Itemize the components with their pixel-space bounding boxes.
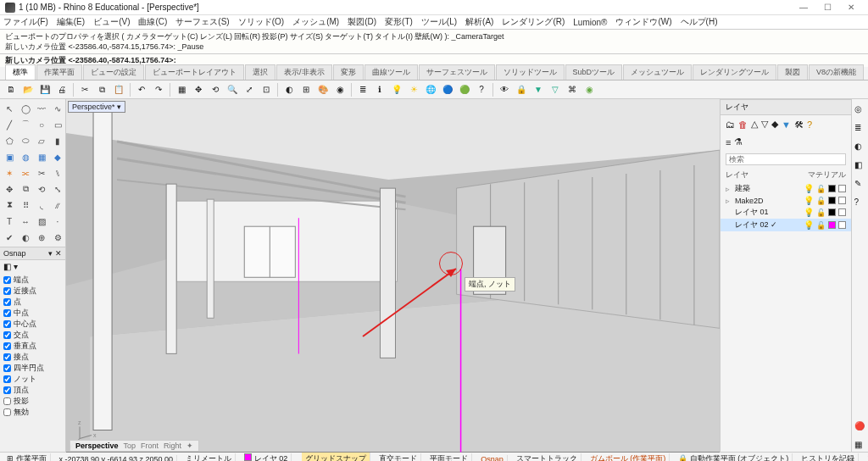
hatch-icon[interactable]: ▨	[34, 214, 49, 229]
split-icon[interactable]: ⑊	[50, 165, 65, 181]
lasso-icon[interactable]: ◯	[18, 101, 33, 116]
line-icon[interactable]: ╱	[2, 117, 17, 132]
layer-swatch[interactable]	[828, 208, 836, 216]
osnap-item-7[interactable]: 接点	[3, 352, 62, 363]
lib-panel-icon[interactable]: ◧	[854, 160, 866, 172]
zoom-icon[interactable]: 🔍	[225, 82, 240, 97]
bulb-icon[interactable]: 💡	[804, 184, 814, 193]
menu-help[interactable]: ヘルプ(H)	[681, 16, 718, 28]
text-icon[interactable]: T	[2, 214, 17, 229]
status-filter[interactable]: フィ	[864, 453, 868, 461]
material-swatch[interactable]	[838, 221, 846, 229]
layers-panel-header[interactable]: レイヤ	[721, 99, 851, 115]
move-icon[interactable]: ✥	[2, 181, 17, 197]
join-icon[interactable]: ⫘	[18, 165, 33, 181]
list-icon[interactable]: ≡	[726, 137, 731, 147]
menu-window[interactable]: ウィンドウ(W)	[615, 16, 671, 28]
cut-icon[interactable]: ✂	[77, 82, 92, 97]
status-gridsnap[interactable]: グリッドスナップ	[302, 453, 370, 461]
tab-solidtools[interactable]: ソリッドツール	[496, 64, 565, 80]
osnap-item-3[interactable]: 中点	[3, 308, 62, 319]
box-icon[interactable]: ▣	[2, 149, 17, 164]
menu-tools[interactable]: ツール(L)	[421, 16, 457, 28]
circle-icon[interactable]: ○	[34, 117, 49, 132]
render2-icon[interactable]: ◐	[18, 230, 33, 245]
osnap-item-1[interactable]: 近接点	[3, 286, 62, 297]
layer-row-1[interactable]: ▹Make2D💡🔓	[721, 195, 851, 206]
rotate-icon[interactable]: ⟲	[208, 82, 223, 97]
script-icon[interactable]: ⌘	[565, 82, 580, 97]
vptab-add[interactable]: ✦	[186, 442, 193, 450]
osnap-check[interactable]	[3, 397, 11, 405]
menu-view[interactable]: ビュー(V)	[93, 16, 130, 28]
redo-icon[interactable]: ↷	[151, 82, 166, 97]
offset-icon[interactable]: ⫽	[50, 197, 65, 213]
osnap-check[interactable]	[3, 353, 11, 361]
menu-mesh[interactable]: メッシュ(M)	[292, 16, 339, 28]
analyze-icon[interactable]: ✔	[2, 230, 17, 245]
osnap-check[interactable]	[3, 298, 11, 306]
lock-icon[interactable]: 🔓	[816, 185, 826, 193]
layer-search[interactable]	[726, 153, 846, 165]
vptab-perspective[interactable]: Perspective	[75, 442, 119, 450]
menu-render[interactable]: レンダリング(R)	[502, 16, 565, 28]
layer-up-icon[interactable]: △	[751, 119, 758, 130]
osnap-item-12[interactable]: 無効	[3, 407, 62, 418]
layer-icon[interactable]: ≣	[355, 82, 370, 97]
menu-analyze[interactable]: 解析(A)	[465, 16, 493, 28]
wire-icon[interactable]: ⊞	[298, 82, 314, 97]
material-swatch[interactable]	[838, 185, 846, 192]
osnap-check[interactable]	[3, 408, 11, 416]
group-icon[interactable]: ▦	[174, 82, 189, 97]
tab-viewset[interactable]: ビューの設定	[83, 64, 144, 80]
status-autocp[interactable]: 🔒 自動作業平面 (オブジェクト)	[675, 453, 793, 461]
cyl-icon[interactable]: ◍	[18, 149, 33, 164]
color-icon[interactable]: 🔵	[440, 82, 455, 97]
color2-icon[interactable]: 🟢	[457, 82, 472, 97]
material-swatch[interactable]	[838, 197, 846, 204]
osnap-opt-icon[interactable]: ◧ ▾	[3, 262, 18, 271]
layer-swatch[interactable]	[828, 185, 836, 192]
layer-del-icon[interactable]: 🗑	[738, 119, 748, 130]
env-panel-icon[interactable]: ▦	[854, 440, 866, 452]
mirror-icon[interactable]: ⧗	[2, 197, 17, 213]
print-icon[interactable]: 🖨	[54, 82, 70, 97]
bulb-icon[interactable]: 💡	[804, 208, 814, 217]
prop-panel-icon[interactable]: ◎	[854, 104, 866, 116]
viewport-label[interactable]: Perspective* ▾	[68, 101, 125, 113]
tab-meshtools[interactable]: メッシュツール	[623, 64, 692, 80]
undo-icon[interactable]: ↶	[134, 82, 149, 97]
osnap-check[interactable]	[3, 287, 11, 295]
vptab-front[interactable]: Front	[141, 442, 159, 450]
menu-lumion[interactable]: Lumion®	[573, 18, 607, 27]
arc-icon[interactable]: ⌒	[18, 117, 33, 132]
dim-icon[interactable]: ↔	[18, 214, 33, 229]
shade-icon[interactable]: ◐	[281, 82, 297, 97]
mesh-icon[interactable]: ▦	[34, 149, 49, 164]
solid-icon[interactable]: ▮	[50, 133, 65, 148]
viewport[interactable]: x y z Perspective* ▾ 端点, ノット Perspective…	[66, 99, 720, 452]
tab-curvetools[interactable]: 曲線ツール	[364, 64, 418, 80]
subd-icon[interactable]: ◆	[50, 149, 65, 164]
osnap-item-5[interactable]: 交点	[3, 330, 62, 341]
status-history[interactable]: ヒストリを記録	[798, 453, 859, 461]
layer-row-3[interactable]: レイヤ 02 ✓💡🔓	[721, 219, 851, 231]
explode-icon[interactable]: ✶	[2, 165, 17, 181]
ellipse-icon[interactable]: ⬭	[18, 133, 33, 148]
tab-drafting[interactable]: 製図	[777, 64, 808, 80]
osnap-icon[interactable]: ⊕	[34, 230, 49, 245]
polygon-icon[interactable]: ⬠	[2, 133, 17, 148]
pan-icon[interactable]: ✥	[191, 82, 206, 97]
osnap-check[interactable]	[3, 375, 11, 383]
lock-icon[interactable]: 🔓	[816, 197, 826, 205]
osnap-check[interactable]	[3, 364, 11, 372]
osnap-item-9[interactable]: ノット	[3, 374, 62, 385]
layer-tools-icon[interactable]: 🛠	[794, 119, 804, 130]
layer-swatch[interactable]	[828, 221, 836, 229]
lock-icon[interactable]: 🔒	[514, 82, 529, 97]
lock-icon[interactable]: 🔓	[816, 221, 826, 230]
render-icon[interactable]: 🎨	[315, 82, 331, 97]
vptab-top[interactable]: Top	[124, 442, 136, 450]
status-ortho[interactable]: 直交モード	[376, 453, 421, 461]
new-icon[interactable]: 🗎	[3, 82, 19, 97]
